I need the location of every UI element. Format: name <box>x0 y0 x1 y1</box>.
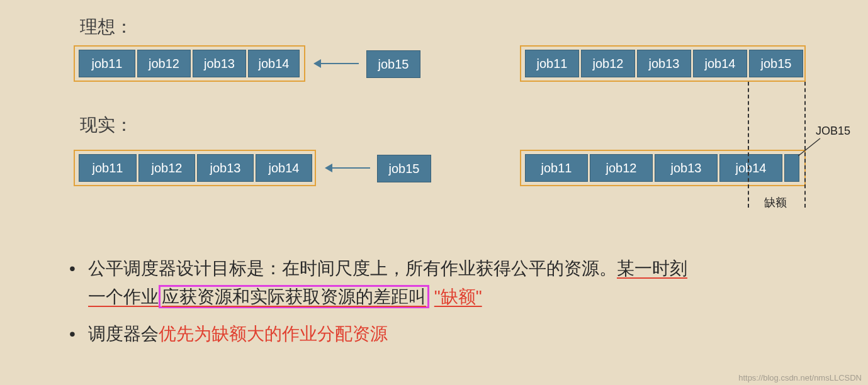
watermark: https://blog.csdn.net/nmsLLCSDN <box>738 373 862 382</box>
job-cell: job14 <box>256 154 312 182</box>
arrow-left-icon <box>325 164 370 172</box>
dashed-line-icon <box>804 82 806 208</box>
job-cell: job14 <box>248 50 300 77</box>
ideal-label: 理想： <box>80 15 133 39</box>
job-cell: job15 <box>377 155 431 182</box>
real-label: 现实： <box>80 113 133 137</box>
job-cell: job13 <box>655 154 718 182</box>
real-left-queue: job11 job12 job13 job14 <box>74 150 316 186</box>
job15-caps-label: JOB15 <box>816 125 850 138</box>
bullet-text-red: "缺额" <box>434 287 482 306</box>
job-cell: job12 <box>581 50 635 77</box>
bullet-text-red: 优先为缺额大的作业分配资源 <box>159 324 388 343</box>
job-cell: job14 <box>693 50 747 77</box>
pointer-line-icon <box>798 137 823 156</box>
dashed-line-icon <box>748 82 749 208</box>
bullet-list: 公平调度器设计目标是：在时间尺度上，所有作业获得公平的资源。某一时刻一个作业应获… <box>69 255 699 357</box>
job-cell <box>784 154 799 182</box>
job-cell: job13 <box>193 50 246 77</box>
job-cell: job12 <box>137 50 191 77</box>
job-cell: job11 <box>525 154 588 182</box>
arrow-left-icon <box>313 59 359 68</box>
job-cell: job11 <box>79 50 135 77</box>
bullet-item: 调度器会优先为缺额大的作业分配资源 <box>69 320 699 349</box>
job-cell: job12 <box>138 154 195 182</box>
real-right-queue: job11 job12 job13 job14 <box>520 150 806 186</box>
job-cell: job13 <box>637 50 691 77</box>
job-cell: job13 <box>197 154 254 182</box>
bullet-text: 调度器会 <box>88 324 159 343</box>
job-cell: job12 <box>590 154 653 182</box>
bullet-item: 公平调度器设计目标是：在时间尺度上，所有作业获得公平的资源。某一时刻一个作业应获… <box>69 255 699 311</box>
ideal-left-queue: job11 job12 job13 job14 <box>74 45 305 82</box>
job-cell: job15 <box>366 50 420 78</box>
bullet-text-underlined: 应获资源和实际获取资源的差距叫 <box>162 287 426 306</box>
job-cell: job11 <box>79 154 137 182</box>
magenta-highlight: 应获资源和实际获取资源的差距叫 <box>159 285 429 308</box>
job-cell: job11 <box>525 50 579 77</box>
ideal-right-queue: job11 job12 job13 job14 job15 <box>520 45 806 82</box>
deficit-label: 缺额 <box>764 195 787 210</box>
job-cell: job15 <box>749 50 803 77</box>
bullet-text: 公平调度器设计目标是：在时间尺度上，所有作业获得公平的资源。 <box>88 259 617 278</box>
job-cell: job14 <box>719 154 782 182</box>
svg-line-0 <box>798 138 820 156</box>
